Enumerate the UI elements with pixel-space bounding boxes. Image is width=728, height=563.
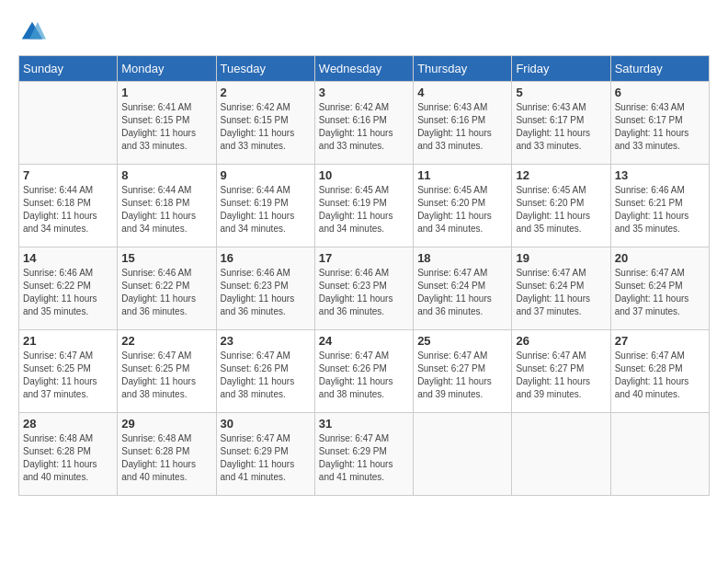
day-header-friday: Friday: [512, 56, 610, 82]
day-cell: 3Sunrise: 6:42 AMSunset: 6:16 PMDaylight…: [314, 82, 413, 165]
day-info: Sunrise: 6:42 AMSunset: 6:16 PMDaylight:…: [319, 101, 409, 153]
week-row-4: 21Sunrise: 6:47 AMSunset: 6:25 PMDayligh…: [19, 330, 710, 413]
day-info: Sunrise: 6:48 AMSunset: 6:28 PMDaylight:…: [23, 432, 113, 484]
day-cell: 29Sunrise: 6:48 AMSunset: 6:28 PMDayligh…: [118, 413, 216, 496]
day-number: 7: [23, 168, 113, 182]
calendar-table: SundayMondayTuesdayWednesdayThursdayFrid…: [18, 55, 710, 496]
day-info: Sunrise: 6:47 AMSunset: 6:26 PMDaylight:…: [319, 350, 409, 401]
day-number: 9: [221, 168, 311, 182]
day-cell: 22Sunrise: 6:47 AMSunset: 6:25 PMDayligh…: [118, 330, 216, 413]
day-cell: 31Sunrise: 6:47 AMSunset: 6:29 PMDayligh…: [314, 413, 413, 496]
day-info: Sunrise: 6:47 AMSunset: 6:29 PMDaylight:…: [221, 432, 311, 484]
day-info: Sunrise: 6:44 AMSunset: 6:18 PMDaylight:…: [121, 184, 211, 236]
day-info: Sunrise: 6:43 AMSunset: 6:17 PMDaylight:…: [516, 101, 606, 153]
day-cell: 12Sunrise: 6:45 AMSunset: 6:20 PMDayligh…: [512, 165, 610, 247]
day-info: Sunrise: 6:47 AMSunset: 6:27 PMDaylight:…: [417, 350, 507, 401]
day-cell: 11Sunrise: 6:45 AMSunset: 6:20 PMDayligh…: [414, 165, 512, 247]
day-number: 15: [121, 251, 211, 265]
day-info: Sunrise: 6:47 AMSunset: 6:28 PMDaylight:…: [615, 350, 705, 401]
day-cell: [512, 413, 610, 496]
day-info: Sunrise: 6:46 AMSunset: 6:23 PMDaylight:…: [319, 267, 409, 318]
day-number: 5: [516, 86, 606, 99]
day-cell: 19Sunrise: 6:47 AMSunset: 6:24 PMDayligh…: [512, 247, 610, 330]
day-cell: 30Sunrise: 6:47 AMSunset: 6:29 PMDayligh…: [216, 413, 314, 496]
day-info: Sunrise: 6:45 AMSunset: 6:20 PMDaylight:…: [516, 184, 606, 236]
day-info: Sunrise: 6:47 AMSunset: 6:25 PMDaylight:…: [23, 350, 113, 401]
day-number: 27: [615, 334, 705, 348]
day-number: 10: [319, 168, 409, 182]
day-cell: 6Sunrise: 6:43 AMSunset: 6:17 PMDaylight…: [610, 82, 709, 165]
day-info: Sunrise: 6:46 AMSunset: 6:21 PMDaylight:…: [615, 184, 705, 236]
day-cell: [19, 82, 118, 165]
day-info: Sunrise: 6:45 AMSunset: 6:19 PMDaylight:…: [319, 184, 409, 236]
logo-icon: [18, 18, 46, 46]
day-number: 22: [121, 334, 211, 348]
day-number: 6: [615, 86, 705, 99]
day-cell: 26Sunrise: 6:47 AMSunset: 6:27 PMDayligh…: [512, 330, 610, 413]
week-row-3: 14Sunrise: 6:46 AMSunset: 6:22 PMDayligh…: [19, 247, 710, 330]
day-info: Sunrise: 6:47 AMSunset: 6:27 PMDaylight:…: [516, 350, 606, 401]
day-cell: 2Sunrise: 6:42 AMSunset: 6:15 PMDaylight…: [216, 82, 314, 165]
day-number: 18: [417, 251, 507, 265]
page-header: [18, 18, 710, 46]
day-cell: 24Sunrise: 6:47 AMSunset: 6:26 PMDayligh…: [314, 330, 413, 413]
week-row-5: 28Sunrise: 6:48 AMSunset: 6:28 PMDayligh…: [19, 413, 710, 496]
day-number: 31: [319, 417, 409, 431]
day-cell: 27Sunrise: 6:47 AMSunset: 6:28 PMDayligh…: [610, 330, 709, 413]
day-cell: 8Sunrise: 6:44 AMSunset: 6:18 PMDaylight…: [118, 165, 216, 247]
header-row: SundayMondayTuesdayWednesdayThursdayFrid…: [19, 56, 710, 82]
day-number: 13: [615, 168, 705, 182]
day-number: 14: [23, 251, 113, 265]
day-cell: 1Sunrise: 6:41 AMSunset: 6:15 PMDaylight…: [118, 82, 216, 165]
day-cell: 18Sunrise: 6:47 AMSunset: 6:24 PMDayligh…: [414, 247, 512, 330]
day-info: Sunrise: 6:47 AMSunset: 6:24 PMDaylight:…: [417, 267, 507, 318]
day-info: Sunrise: 6:44 AMSunset: 6:19 PMDaylight:…: [221, 184, 311, 236]
day-cell: 16Sunrise: 6:46 AMSunset: 6:23 PMDayligh…: [216, 247, 314, 330]
day-number: 26: [516, 334, 606, 348]
day-info: Sunrise: 6:46 AMSunset: 6:23 PMDaylight:…: [221, 267, 311, 318]
day-cell: 28Sunrise: 6:48 AMSunset: 6:28 PMDayligh…: [19, 413, 118, 496]
day-number: 16: [221, 251, 311, 265]
week-row-2: 7Sunrise: 6:44 AMSunset: 6:18 PMDaylight…: [19, 165, 710, 247]
day-number: 29: [121, 417, 211, 431]
day-number: 4: [417, 86, 507, 99]
day-cell: 21Sunrise: 6:47 AMSunset: 6:25 PMDayligh…: [19, 330, 118, 413]
day-header-thursday: Thursday: [414, 56, 512, 82]
day-cell: 4Sunrise: 6:43 AMSunset: 6:16 PMDaylight…: [414, 82, 512, 165]
week-row-1: 1Sunrise: 6:41 AMSunset: 6:15 PMDaylight…: [19, 82, 710, 165]
day-header-monday: Monday: [118, 56, 216, 82]
day-number: 11: [417, 168, 507, 182]
logo: [18, 18, 50, 46]
day-cell: 25Sunrise: 6:47 AMSunset: 6:27 PMDayligh…: [414, 330, 512, 413]
day-info: Sunrise: 6:47 AMSunset: 6:26 PMDaylight:…: [221, 350, 311, 401]
day-number: 12: [516, 168, 606, 182]
day-header-sunday: Sunday: [19, 56, 118, 82]
day-cell: 20Sunrise: 6:47 AMSunset: 6:24 PMDayligh…: [610, 247, 709, 330]
day-cell: 5Sunrise: 6:43 AMSunset: 6:17 PMDaylight…: [512, 82, 610, 165]
day-cell: [414, 413, 512, 496]
day-cell: 14Sunrise: 6:46 AMSunset: 6:22 PMDayligh…: [19, 247, 118, 330]
day-number: 20: [615, 251, 705, 265]
day-number: 3: [319, 86, 409, 99]
day-number: 25: [417, 334, 507, 348]
day-cell: [610, 413, 709, 496]
day-info: Sunrise: 6:44 AMSunset: 6:18 PMDaylight:…: [23, 184, 113, 236]
day-header-saturday: Saturday: [610, 56, 709, 82]
day-cell: 13Sunrise: 6:46 AMSunset: 6:21 PMDayligh…: [610, 165, 709, 247]
day-cell: 9Sunrise: 6:44 AMSunset: 6:19 PMDaylight…: [216, 165, 314, 247]
day-cell: 15Sunrise: 6:46 AMSunset: 6:22 PMDayligh…: [118, 247, 216, 330]
day-info: Sunrise: 6:47 AMSunset: 6:24 PMDaylight:…: [516, 267, 606, 318]
day-info: Sunrise: 6:42 AMSunset: 6:15 PMDaylight:…: [221, 101, 311, 153]
day-info: Sunrise: 6:43 AMSunset: 6:17 PMDaylight:…: [615, 101, 705, 153]
day-info: Sunrise: 6:47 AMSunset: 6:25 PMDaylight:…: [121, 350, 211, 401]
day-number: 1: [121, 86, 211, 99]
day-cell: 10Sunrise: 6:45 AMSunset: 6:19 PMDayligh…: [314, 165, 413, 247]
day-number: 23: [221, 334, 311, 348]
day-number: 8: [121, 168, 211, 182]
day-info: Sunrise: 6:43 AMSunset: 6:16 PMDaylight:…: [417, 101, 507, 153]
day-info: Sunrise: 6:48 AMSunset: 6:28 PMDaylight:…: [121, 432, 211, 484]
day-info: Sunrise: 6:46 AMSunset: 6:22 PMDaylight:…: [23, 267, 113, 318]
day-info: Sunrise: 6:47 AMSunset: 6:24 PMDaylight:…: [615, 267, 705, 318]
day-header-wednesday: Wednesday: [314, 56, 413, 82]
day-number: 19: [516, 251, 606, 265]
